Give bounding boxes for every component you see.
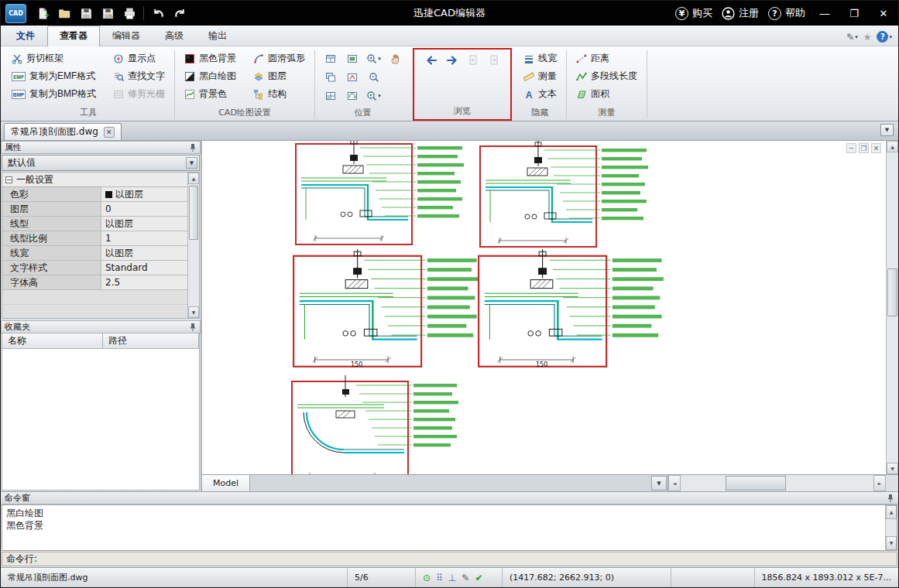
preset-dropdown[interactable]: 默认值 ▼ xyxy=(2,155,200,171)
property-grid-scrollbar[interactable]: ▲ ▼ xyxy=(187,173,199,318)
save-button[interactable] xyxy=(76,4,96,22)
scroll-up-icon[interactable]: ▲ xyxy=(887,141,898,152)
page-forward-button[interactable] xyxy=(484,52,503,69)
favorites-col-name[interactable]: 名称 xyxy=(2,333,103,348)
browse-back-button[interactable] xyxy=(421,52,441,69)
zoom-extents-button[interactable]: ▾ xyxy=(364,87,383,104)
property-value[interactable]: 以图层 xyxy=(101,217,187,231)
copy-emf-button[interactable]: EMF复制为EMF格式 xyxy=(8,68,100,84)
layers-button[interactable]: 图层 xyxy=(249,68,309,84)
viewport-grid-button[interactable] xyxy=(321,87,340,104)
bw-drawing-button[interactable]: 黑白绘图 xyxy=(180,68,240,84)
open-file-button[interactable] xyxy=(54,4,74,22)
scroll-left-icon[interactable]: ◄ xyxy=(668,475,681,491)
grid-mode-icon[interactable]: ⠿ xyxy=(436,573,443,583)
browse-forward-button[interactable] xyxy=(442,52,462,69)
property-value[interactable]: 2.5 xyxy=(101,275,187,289)
property-value[interactable]: Standard xyxy=(101,261,187,275)
undo-button[interactable] xyxy=(148,4,168,22)
copy-bmp-button[interactable]: BMP复制为BMP格式 xyxy=(8,86,100,102)
tab-editor[interactable]: 编辑器 xyxy=(100,26,153,46)
tab-file[interactable]: 文件 xyxy=(4,26,47,46)
ribbon-help-button[interactable]: ?▾ xyxy=(877,31,892,43)
redo-button[interactable] xyxy=(170,4,190,22)
close-button[interactable]: ✕ xyxy=(873,4,894,22)
scrollbar-track[interactable] xyxy=(188,184,199,306)
scrollbar-thumb[interactable] xyxy=(189,186,198,240)
favorite-star-icon[interactable]: ★ xyxy=(863,32,872,43)
property-row[interactable]: 文字样式Standard xyxy=(2,261,187,275)
viewport-copy-button[interactable] xyxy=(321,69,340,86)
document-tab-list-button[interactable]: ▼ xyxy=(880,124,894,136)
view-region-button[interactable] xyxy=(342,69,362,86)
canvas-horizontal-scrollbar[interactable]: ◄ ► xyxy=(667,475,886,491)
viewport-split-button[interactable] xyxy=(321,50,340,67)
document-tab-close-icon[interactable]: ✕ xyxy=(104,127,115,138)
favorites-list[interactable] xyxy=(2,349,200,491)
new-file-button[interactable] xyxy=(33,4,53,22)
tab-viewer[interactable]: 查看器 xyxy=(47,26,100,46)
pin-icon[interactable] xyxy=(189,143,197,152)
command-history[interactable]: 黑白绘图 黑色背景 ▲ ▼ xyxy=(2,504,897,551)
pin-icon[interactable] xyxy=(887,494,894,503)
scroll-down-icon[interactable]: ▼ xyxy=(188,306,199,318)
print-button[interactable] xyxy=(119,4,139,22)
trim-raster-button[interactable]: 修剪光栅 xyxy=(109,86,169,102)
show-points-button[interactable]: 显示点 xyxy=(109,50,169,67)
maximize-button[interactable]: ❐ xyxy=(844,4,864,22)
mdi-minimize-icon[interactable]: ─ xyxy=(846,143,856,153)
property-value[interactable]: 0 xyxy=(101,202,187,216)
view-fit-button[interactable] xyxy=(342,50,362,67)
property-row[interactable]: 线型以图层 xyxy=(2,217,187,231)
property-row[interactable]: 线宽以图层 xyxy=(2,246,187,261)
property-row[interactable]: 色彩以图层 xyxy=(2,187,187,202)
scroll-up-icon[interactable]: ▲ xyxy=(886,505,897,519)
save-as-button[interactable] xyxy=(98,4,118,22)
model-tab[interactable]: Model xyxy=(202,475,250,491)
mdi-restore-icon[interactable]: ❐ xyxy=(859,143,869,153)
property-section-header[interactable]: − 一般设置 xyxy=(2,173,187,187)
measure-distance-button[interactable]: 距离 xyxy=(572,50,641,67)
scroll-down-icon[interactable]: ▼ xyxy=(886,536,897,550)
black-background-button[interactable]: 黑色背景 xyxy=(180,50,240,67)
check-icon[interactable]: ✔ xyxy=(475,573,482,583)
property-row[interactable]: 图层0 xyxy=(2,202,187,217)
page-back-button[interactable] xyxy=(463,52,482,69)
scroll-down-icon[interactable]: ▼ xyxy=(887,463,898,474)
cad-drawing[interactable]: 150 150 xyxy=(202,141,886,479)
mdi-close-icon[interactable]: ✕ xyxy=(871,143,881,153)
tab-advanced[interactable]: 高级 xyxy=(153,26,196,46)
buy-button[interactable]: ¥购买 xyxy=(675,6,712,20)
find-text-button[interactable]: 查找文字 xyxy=(109,68,169,84)
pen-settings-button[interactable]: ✎▾ xyxy=(846,32,858,43)
scrollbar-track[interactable] xyxy=(887,152,898,463)
property-row[interactable]: 线型比例1 xyxy=(2,231,187,246)
document-tab[interactable]: 常规吊顶剖面图.dwg ✕ xyxy=(4,123,122,140)
hide-linewidth-button[interactable]: 线宽 xyxy=(520,50,561,67)
pan-button[interactable] xyxy=(386,50,405,67)
register-button[interactable]: 注册 xyxy=(722,6,759,20)
pin-icon[interactable] xyxy=(189,323,197,332)
favorites-col-path[interactable]: 路径 xyxy=(103,333,199,348)
tab-output[interactable]: 输出 xyxy=(196,26,239,46)
scroll-up-icon[interactable]: ▲ xyxy=(188,173,199,184)
background-color-button[interactable]: 背景色 xyxy=(180,86,240,102)
ortho-mode-icon[interactable]: ⊥ xyxy=(448,573,456,583)
layout-dropdown-button[interactable]: ▼ xyxy=(651,476,667,491)
hide-text-button[interactable]: A文本 xyxy=(520,86,561,102)
scrollbar-track[interactable] xyxy=(681,475,873,491)
measure-area-button[interactable]: 面积 xyxy=(572,86,641,102)
property-value[interactable]: 以图层 xyxy=(101,246,187,260)
zoom-out-button[interactable] xyxy=(364,69,383,86)
measure-polyline-button[interactable]: 多段线长度 xyxy=(572,68,641,84)
property-row[interactable]: 字体高2.5 xyxy=(2,275,187,290)
structure-button[interactable]: 结构 xyxy=(249,86,309,102)
sketch-mode-icon[interactable]: ✎ xyxy=(462,573,469,583)
minimize-button[interactable]: — xyxy=(815,4,835,22)
scrollbar-thumb[interactable] xyxy=(726,476,786,491)
smooth-arc-button[interactable]: 圆滑弧形 xyxy=(249,50,309,67)
snap-mode-icon[interactable]: ⊙ xyxy=(423,573,431,583)
scroll-right-icon[interactable]: ► xyxy=(873,475,886,491)
scrollbar-thumb[interactable] xyxy=(887,268,897,316)
canvas-vertical-scrollbar[interactable]: ▲ ▼ xyxy=(886,141,898,474)
